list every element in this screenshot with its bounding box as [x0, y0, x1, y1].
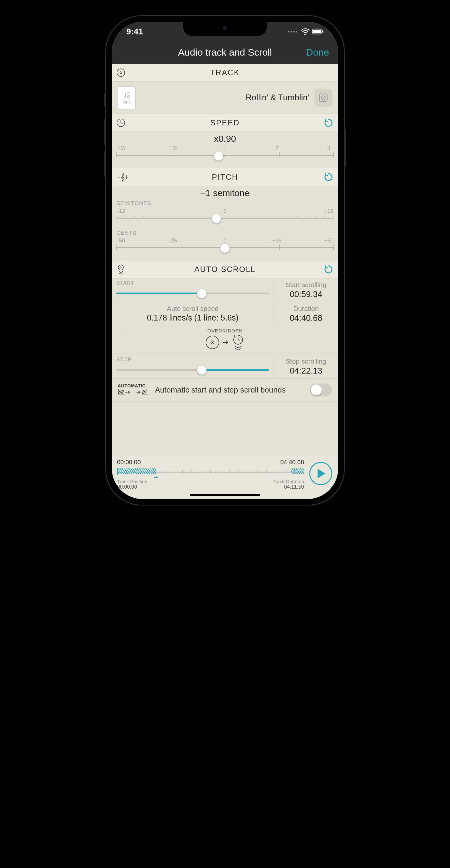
svg-rect-1 [313, 30, 321, 33]
speed-tick-labels: 1/3 1/2 1 2 3 [116, 145, 334, 152]
track-position-label: Track Position [117, 479, 147, 484]
track-row[interactable]: MP3 Rollin' & Tumblin' [112, 82, 338, 114]
autoscroll-speed-value: 0.178 lines/s (1 line: 5.6s) [115, 313, 271, 322]
svg-rect-2 [322, 30, 323, 33]
track-section-header: TRACK [112, 64, 338, 82]
status-icons [288, 28, 324, 35]
tick-label: +12 [324, 208, 334, 214]
done-button[interactable]: Done [306, 47, 329, 58]
overridden-label: OVERRIDDEN [207, 328, 243, 333]
autoscroll-reset-button[interactable] [323, 264, 334, 275]
autoscroll-stop-row: STOP Stop scrolling 04:22.13 [112, 355, 338, 379]
autoscroll-icon [116, 264, 125, 275]
svg-point-14 [212, 342, 213, 343]
slider-ticks [116, 152, 334, 157]
tick-label: 1/2 [168, 145, 178, 152]
track-select-button[interactable] [314, 89, 332, 107]
volume-up-button [104, 119, 106, 145]
nav-bar: Audio track and Scroll Done [112, 41, 338, 64]
cents-label: CENTS [116, 230, 334, 236]
autoscroll-speed-row: Auto scroll speed 0.178 lines/s (1 line:… [112, 302, 338, 326]
auto-bounds-row: AUTOMATIC Automatic start and stop scrol… [112, 379, 338, 402]
auto-bounds-badge: AUTOMATIC [118, 383, 150, 389]
faint-speed-label: SPEED [116, 329, 134, 335]
wifi-icon [301, 28, 310, 35]
cents-tick-labels: -50 -25 0 +25 +50 [116, 238, 334, 244]
tick-label: 3 [324, 145, 334, 152]
stop-scrolling-cell: Stop scrolling 04:22.13 [274, 355, 338, 378]
track-header-label: TRACK [112, 68, 338, 77]
slider-thumb[interactable] [214, 151, 223, 161]
start-scrolling-cell: Start scrolling 00:59.34 [274, 278, 338, 302]
track-duration-label: Track Duration [272, 479, 304, 484]
autoscroll-header-label: AUTO SCROLL [112, 265, 338, 274]
slider-thumb[interactable] [197, 365, 207, 375]
start-label: START [116, 280, 269, 286]
cents-slider[interactable]: -50 -25 0 +25 +50 [116, 238, 334, 254]
stop-label: STOP [116, 357, 269, 363]
slider-thumb[interactable] [197, 289, 207, 298]
footer-left-time: 00:00.00 [117, 459, 141, 466]
speed-panel: x0.90 1/3 1/2 1 2 3 [112, 132, 338, 168]
arrow-right-icon [222, 340, 229, 345]
autoscroll-start-row: START Start scrolling 00:59.34 [112, 278, 338, 302]
tick-label: 0 [220, 238, 230, 244]
play-button[interactable] [309, 462, 332, 485]
speed-value: x0.90 [116, 134, 334, 144]
tick-label: -50 [116, 238, 126, 244]
start-scrolling-label: Start scrolling [278, 281, 334, 289]
page-title: Audio track and Scroll [178, 47, 272, 58]
auto-bounds-toggle[interactable] [310, 383, 332, 396]
speed-section-header: SPEED [112, 114, 338, 132]
timeline-scrubber[interactable] [117, 467, 304, 478]
home-indicator [190, 494, 260, 496]
clock-icon [116, 118, 125, 127]
pitch-header-label: PITCH [112, 173, 338, 182]
speed-reset-button[interactable] [323, 118, 334, 128]
side-button [104, 93, 106, 106]
overridden-row: SPEED OVERRIDDEN [112, 326, 338, 355]
scroll-clock-icon [232, 334, 245, 351]
tick-label: 1/3 [116, 145, 126, 152]
duration-label: Duration [277, 305, 335, 312]
tick-label: -12 [116, 208, 126, 214]
autoscroll-speed-label: Auto scroll speed [115, 305, 271, 312]
slider-thumb[interactable] [212, 214, 221, 223]
svg-point-3 [117, 69, 125, 76]
disc-icon [116, 68, 125, 77]
pitch-section-header: −𝄞+ PITCH [112, 168, 338, 186]
timeline-cursor[interactable] [117, 468, 118, 475]
status-time: 9:41 [126, 27, 143, 37]
timeline-marker-icon [154, 473, 159, 478]
speed-slider[interactable]: 1/3 1/2 1 2 3 [116, 145, 334, 161]
bounds-glyph-icon [118, 389, 150, 397]
pitch-value: –1 semitone [116, 188, 334, 198]
slider-thumb[interactable] [220, 243, 230, 253]
track-name: Rollin' & Tumblin' [136, 93, 314, 102]
tick-label: 0 [220, 208, 230, 214]
track-duration-value: 04:11.50 [284, 484, 304, 490]
stop-slider[interactable] [116, 364, 269, 375]
semitones-slider[interactable]: -12 0 +12 [116, 208, 334, 224]
tick-label: -25 [168, 238, 178, 244]
treble-clef-icon: −𝄞+ [116, 173, 129, 181]
switch-knob [311, 384, 322, 396]
start-scrolling-value: 00:59.34 [278, 289, 334, 299]
pitch-panel: –1 semitone SEMITONES -12 0 +12 CENTS [112, 186, 338, 260]
volume-down-button [104, 151, 106, 177]
phone-frame: 9:41 Audio track and Scroll Done [106, 16, 344, 505]
footer: 00:00.00 04:40.68 Track Position Track D… [112, 456, 338, 499]
content: TRACK MP3 Rollin' & Tumblin' SPEED [112, 64, 338, 499]
semitones-tick-labels: -12 0 +12 [116, 208, 334, 214]
svg-point-4 [120, 72, 122, 73]
battery-icon [312, 29, 324, 34]
power-button [344, 129, 346, 167]
timeline-hatch [291, 468, 304, 474]
stop-scrolling-value: 04:22.13 [278, 366, 334, 376]
minor-ticks [116, 216, 334, 220]
start-slider[interactable] [116, 287, 269, 299]
footer-right-time: 04:40.68 [280, 459, 304, 466]
notch [183, 22, 267, 36]
disc-icon [205, 335, 220, 349]
pitch-reset-button[interactable] [323, 172, 334, 182]
